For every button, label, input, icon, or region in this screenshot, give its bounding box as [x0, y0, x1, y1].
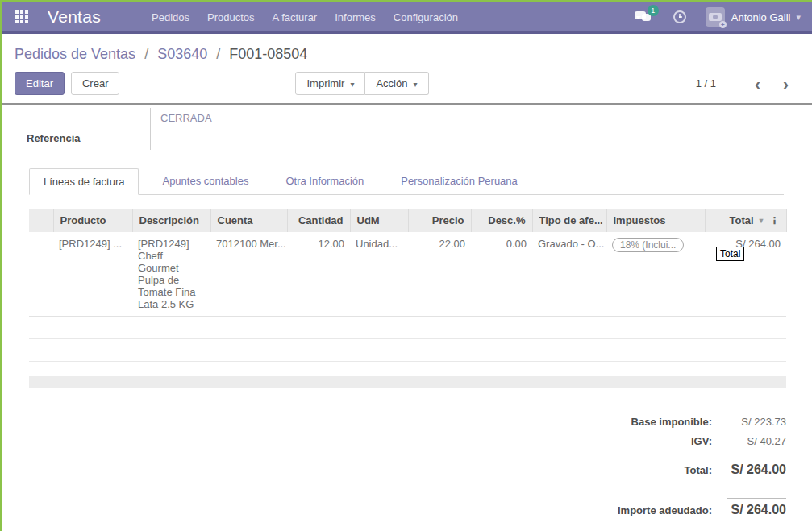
tax-badge[interactable]: 18% (Inclui... [612, 238, 684, 252]
control-panel: Editar Crear Imprimir▾ Acción▾ 1 / 1 ‹ › [2, 70, 812, 103]
pager: 1 / 1 ‹ › [696, 77, 800, 89]
action-label: Acción [376, 77, 407, 89]
tab-personalizacion-peruana[interactable]: Personalización Peruana [387, 168, 531, 195]
print-label: Imprimir [306, 77, 344, 89]
page: { "topbar": { "app_title": "Ventas", "me… [0, 0, 812, 531]
create-button[interactable]: Crear [71, 72, 120, 95]
sort-desc-icon[interactable]: ▼ [758, 217, 765, 225]
importe-adeudado-label: Importe adeudado: [618, 504, 712, 516]
empty-row [29, 317, 786, 339]
notebook-tabs: Líneas de factura Apuntes contables Otra… [29, 168, 784, 195]
igv-label: IGV: [691, 435, 712, 447]
caret-down-icon: ▾ [413, 80, 417, 89]
drag-handle-column [29, 209, 53, 232]
breadcrumb-separator: / [216, 46, 220, 62]
cell-desc-pct[interactable]: 0.00 [471, 232, 532, 317]
top-navbar: Ventas Pedidos Productos A facturar Info… [2, 2, 812, 34]
tooltip: Total [716, 247, 744, 261]
messages-icon[interactable]: 1 [635, 9, 656, 25]
activities-clock-icon[interactable] [673, 10, 686, 23]
menu-item-configuracion[interactable]: Configuración [385, 6, 467, 28]
tab-otra-informacion[interactable]: Otra Información [272, 168, 377, 195]
field-divider [150, 108, 151, 150]
menu-item-productos[interactable]: Productos [198, 6, 264, 28]
cell-cantidad[interactable]: 12.00 [287, 232, 350, 317]
importe-adeudado-value: S/ 264.00 [727, 498, 786, 517]
action-dropdown-button[interactable]: Acción▾ [365, 72, 428, 95]
menu-item-a-facturar[interactable]: A facturar [264, 6, 327, 28]
column-header-cuenta[interactable]: Cuenta [210, 209, 287, 232]
top-menu: Pedidos Productos A facturar Informes Co… [143, 6, 467, 28]
plus-icon: + [719, 21, 727, 28]
column-header-cantidad[interactable]: Cantidad [287, 209, 350, 232]
pager-counter: 1 / 1 [696, 77, 716, 89]
status-value: CERRADA [160, 112, 212, 124]
cell-total[interactable]: S/ 264.00 [705, 232, 786, 317]
drag-handle-cell [29, 232, 53, 317]
total-row-grand: Total: S/ 264.00 [2, 458, 786, 477]
print-dropdown-button[interactable]: Imprimir▾ [295, 72, 365, 95]
cell-impuestos[interactable]: 18% (Inclui... [606, 232, 705, 317]
tab-lineas-de-factura[interactable]: Líneas de factura [29, 168, 139, 195]
total-value: S/ 264.00 [727, 458, 786, 477]
column-options-icon[interactable]: ⋮ [770, 215, 780, 226]
total-row-igv: IGV: S/ 40.27 [2, 435, 786, 447]
reference-label: Referencia [27, 132, 80, 144]
print-action-group: Imprimir▾ Acción▾ [295, 72, 428, 95]
total-row-due: Importe adeudado: S/ 264.00 [2, 498, 786, 517]
column-header-desc-pct[interactable]: Desc.% [471, 209, 532, 232]
total-header-label: Total [729, 214, 753, 226]
base-imponible-label: Base imponible: [631, 416, 712, 428]
column-header-udm[interactable]: UdM [350, 209, 408, 232]
cell-udm[interactable]: Unidad... [350, 232, 408, 317]
menu-item-informes[interactable]: Informes [326, 6, 385, 28]
messages-count-badge: 1 [648, 5, 659, 16]
cell-precio[interactable]: 22.00 [408, 232, 471, 317]
user-menu[interactable]: Antonio Galli [731, 11, 791, 23]
column-header-descripcion[interactable]: Descripción [132, 209, 210, 232]
cell-producto[interactable]: [PRD1249] ... [53, 232, 132, 317]
breadcrumb-sales-orders[interactable]: Pedidos de Ventas [15, 46, 135, 62]
column-header-tipo-afectacion[interactable]: Tipo de afe... [532, 209, 606, 232]
app-title[interactable]: Ventas [48, 7, 101, 27]
breadcrumb-current-invoice: F001-08504 [229, 46, 307, 62]
invoice-line-row[interactable]: [PRD1249] ... [PRD1249] Cheff Gourmet Pu… [29, 232, 786, 317]
topbar-right: 1 + Antonio Galli ▾ [635, 7, 804, 27]
empty-row [29, 339, 786, 362]
form-header: CERRADA Referencia [2, 105, 812, 168]
cell-descripcion[interactable]: [PRD1249] Cheff Gourmet Pulpa de Tomate … [132, 232, 210, 317]
chevron-right-icon[interactable]: › [772, 78, 800, 89]
invoice-lines-table: Producto Descripción Cuenta Cantidad UdM… [29, 209, 787, 388]
breadcrumb-order[interactable]: S03640 [157, 46, 207, 62]
igv-value: S/ 40.27 [727, 435, 786, 447]
breadcrumb-separator: / [144, 46, 148, 62]
cell-tipo-afectacion[interactable]: Gravado - O... [532, 232, 606, 317]
base-imponible-value: S/ 223.73 [727, 416, 786, 428]
caret-down-icon: ▾ [350, 80, 354, 89]
table-footer-band [29, 376, 786, 388]
user-avatar[interactable]: + [706, 7, 725, 27]
totals-section: Base imponible: S/ 223.73 IGV: S/ 40.27 … [2, 416, 786, 517]
chevron-left-icon[interactable]: ‹ [743, 78, 772, 89]
menu-item-pedidos[interactable]: Pedidos [143, 6, 198, 28]
edit-button[interactable]: Editar [15, 72, 65, 95]
apps-grid-icon[interactable] [15, 10, 28, 23]
caret-down-icon[interactable]: ▾ [796, 12, 801, 23]
total-row-base: Base imponible: S/ 223.73 [2, 416, 786, 428]
column-header-producto[interactable]: Producto [53, 209, 132, 232]
total-label: Total: [685, 464, 712, 476]
column-header-total[interactable]: Total▼⋮ [705, 209, 786, 232]
cell-cuenta[interactable]: 7012100 Mer... [210, 232, 287, 317]
camera-icon [709, 13, 722, 21]
spacer-row [29, 362, 786, 376]
breadcrumb: Pedidos de Ventas / S03640 / F001-08504 [2, 34, 812, 70]
column-header-impuestos[interactable]: Impuestos [606, 209, 705, 232]
table-header-row: Producto Descripción Cuenta Cantidad UdM… [29, 209, 786, 232]
tab-apuntes-contables[interactable]: Apuntes contables [148, 168, 262, 195]
column-header-precio[interactable]: Precio [408, 209, 471, 232]
